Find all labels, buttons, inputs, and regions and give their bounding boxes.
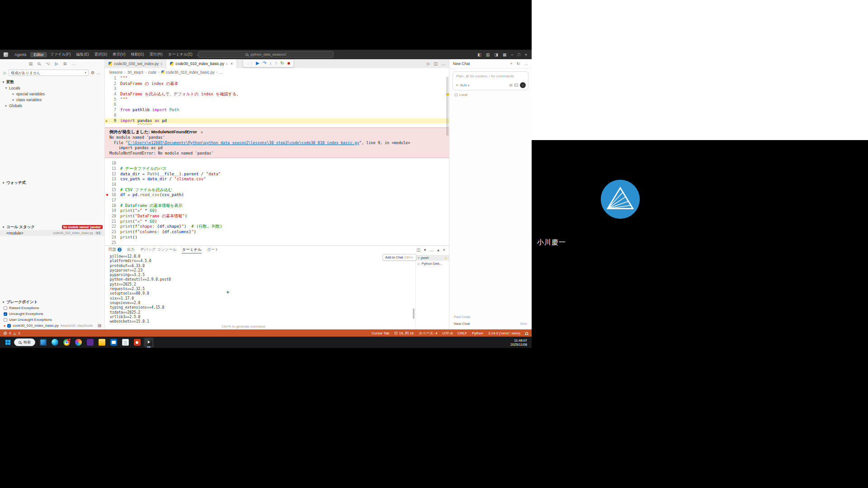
status-item[interactable]: CRLF [458,331,467,335]
toggle-auxbar-icon[interactable]: ◨ [494,52,498,57]
task-view-icon[interactable] [38,338,48,347]
mail-icon[interactable] [108,338,118,347]
chat-more-icon[interactable]: … [524,61,528,66]
command-center-search[interactable]: python_data_season2 [198,51,334,58]
breakpoint-checkbox[interactable] [4,318,7,322]
cursor-icon[interactable] [144,338,154,347]
explorer-icon[interactable] [97,338,107,347]
stack-frame-row[interactable]: <module> code30_010_index_basic.py 9:1 [0,230,104,236]
variable-group-row[interactable]: ▸special variables [0,91,104,97]
notepad-icon[interactable] [120,338,130,347]
breakpoint-dot[interactable]: ● [106,192,108,198]
close-icon[interactable]: × [201,130,203,135]
search-view-icon[interactable] [38,62,40,65]
visual-studio-icon[interactable] [85,338,95,347]
panel-tab-ポート[interactable]: ポート [207,246,219,253]
past-chats-label[interactable]: Past Chats [454,315,527,319]
terminal-list-item[interactable]: ▷Python Deb... [416,261,449,267]
editor-tab[interactable]: code30_030_set_index.py1 [105,59,166,68]
breadcrumb-item[interactable]: ... [219,70,222,75]
new-chat-icon[interactable]: + [510,61,512,66]
more-icon[interactable]: … [429,248,434,252]
close-button[interactable]: × [525,52,527,57]
terminal-dropdown-icon[interactable]: ▾ [424,248,426,252]
close-panel-icon[interactable]: × [443,248,445,252]
chat-list-item[interactable]: New Chat 54m [454,322,527,326]
more-views-icon[interactable]: … [71,61,75,66]
menu-移動(G)[interactable]: 移動(G) [128,52,146,58]
image-attach-icon[interactable] [514,84,518,87]
maximize-panel-icon[interactable]: ▴ [437,248,439,252]
menu-表示(V)[interactable]: 表示(V) [110,52,127,58]
breakpoint-row[interactable]: User Uncaught Exceptions [0,317,104,323]
breakpoint-row[interactable]: Raised Exceptions [0,305,104,311]
scrollbar-thumb[interactable] [446,77,448,136]
start-debug-icon[interactable]: ▷ [4,71,6,75]
globals-row[interactable]: ▸ Globals [0,103,104,108]
status-item[interactable]: Python [472,331,483,335]
run-debug-icon[interactable]: ▷ [55,61,58,66]
system-tray-clock[interactable]: 11:48:07 2025/11/08 [510,338,532,347]
chat-history-icon[interactable]: ↻ [516,61,520,66]
drag-grip-icon[interactable]: ⋮⋮ [246,61,253,66]
locals-row[interactable]: ▾ Locals [0,85,104,91]
restart-icon[interactable]: ↻ [280,61,284,66]
stop-icon[interactable]: ■ [287,61,290,66]
toggle-sidebar-icon[interactable]: ◧ [477,52,481,57]
more-icon[interactable]: … [97,70,101,75]
continue-icon[interactable]: ▶ [256,61,259,66]
chat-title[interactable]: New Chat [453,61,470,66]
mention-icon[interactable]: @ [509,83,513,87]
status-item[interactable]: スペース: 4 [419,331,437,336]
panel-tab-出力[interactable]: 出力 [127,246,135,253]
file-link[interactable]: C:\Users\e12605\Documents\Python\python_… [128,141,359,145]
run-file-icon[interactable]: ▷ [427,61,430,66]
breakpoints-header[interactable]: ▾ ブレークポイント [0,299,104,305]
menu-Editor[interactable]: Editor [30,52,47,57]
watch-header[interactable]: ▾ ウォッチ式 [0,180,104,186]
step-over-icon[interactable]: ↷ [263,61,266,66]
variable-group-row[interactable]: ▸class variables [0,97,104,103]
back-icon[interactable]: ← [188,52,192,57]
more-actions-icon[interactable]: … [441,61,445,66]
status-item[interactable]: Cursor Tab [372,331,389,335]
code-editor[interactable]: 1"""2DataFrame の index の基本34DataFrame を読… [105,76,449,245]
status-item[interactable]: 3.14.0 ('venv': venv) [488,331,520,335]
notifications-bell-icon[interactable] [525,332,528,334]
panel-tab-ターミナル[interactable]: ターミナル [182,246,201,253]
breakpoint-row[interactable]: ✓Uncaught Exceptions [0,311,104,317]
breadcrumb-item[interactable]: code30_010_index_basic.py [161,70,215,75]
step-out-icon[interactable]: ↑ [275,61,277,66]
source-control-icon[interactable]: ⌥ [45,61,50,66]
breakpoint-checkbox[interactable]: ✓ [7,324,11,328]
minimize-button[interactable]: – [511,52,513,57]
breadcrumb-item[interactable]: 30_step3 [127,70,143,75]
extensions-icon[interactable]: ⊞ [63,61,67,66]
step-into-icon[interactable]: ↓ [269,61,272,66]
customize-layout-icon[interactable]: ▦ [503,52,507,57]
file-breakpoint-row[interactable]: ● ✓ code30_010_index_basic.py lessons\30… [0,323,104,328]
menu-ファイル(F)[interactable]: ファイル(F) [48,52,73,58]
breadcrumb-item[interactable]: code [148,70,156,75]
edge-icon[interactable] [50,338,60,347]
close-tab-icon[interactable]: × [231,61,233,66]
terminal-scrollbar-thumb[interactable] [413,309,415,319]
powerpoint-icon[interactable] [132,338,142,347]
terminal-list-item[interactable]: >pwsh⚠ [416,255,449,261]
breadcrumb-item[interactable]: lessons [109,70,123,75]
chrome-icon[interactable] [61,338,71,347]
menu-Agents[interactable]: Agents [11,52,29,57]
panel-tab-デバッグ コンソール[interactable]: デバッグ コンソール [140,246,176,253]
copilot-icon[interactable] [73,338,83,347]
terminal[interactable]: pillow==12.0.0platformdirs==4.5.0protobu… [105,253,415,329]
variables-header[interactable]: ▾ 変数 [0,79,104,85]
model-selector[interactable]: Auto ▾ [460,83,469,87]
callstack-header[interactable]: ▾ コール スタック No module named 'pandas' [0,224,104,230]
context-row[interactable]: Local [449,92,532,98]
chat-input[interactable]: Plan, @ for context, / for commands ∞ Au… [453,71,528,90]
taskbar-search[interactable]: 検索 [14,338,35,346]
gear-icon[interactable]: ⚙ [91,70,94,75]
editor-tab[interactable]: code30_010_index_basic.py1× [166,59,237,68]
editor-scrollbar[interactable] [446,76,449,245]
explorer-icon[interactable]: ▤ [29,61,33,66]
